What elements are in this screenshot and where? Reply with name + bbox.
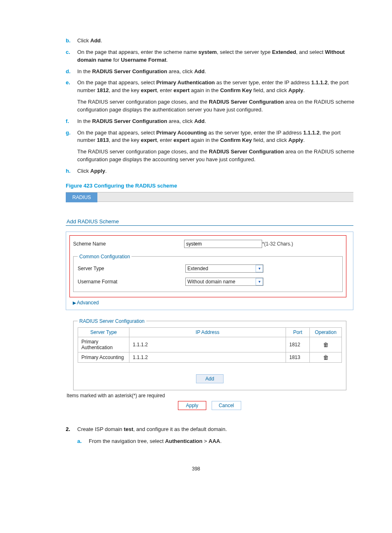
step-letter: d. xyxy=(66,68,77,76)
table-row: Primary Accounting 1.1.1.2 1813 🗑 xyxy=(78,352,342,362)
step-2: 2. Create ISP domain test, and configure… xyxy=(66,426,355,433)
triangle-right-icon: ▶ xyxy=(73,300,76,305)
cell-ip: 1.1.1.2 xyxy=(129,337,286,352)
substeps: a. From the navigation tree, select Auth… xyxy=(77,438,355,445)
row-username-format: Username Format Without domain name ▾ xyxy=(78,275,338,288)
step-letter: a. xyxy=(77,438,89,445)
highlighted-fields: Scheme Name *(1-32 Chars.) Common Config… xyxy=(69,235,346,297)
figure-caption: Figure 423 Configuring the RADIUS scheme xyxy=(66,183,355,189)
fieldset-common: Common Configuration Server Type Extende… xyxy=(73,254,343,292)
step-c: c. On the page that appears, enter the s… xyxy=(66,49,355,64)
step-text: In the RADIUS Server Configuration area,… xyxy=(77,118,355,125)
step-text: Create ISP domain test, and configure it… xyxy=(77,426,355,433)
step-letter: b. xyxy=(66,37,77,45)
section-title: Add RADIUS Scheme xyxy=(67,218,353,225)
step-number: 2. xyxy=(66,426,77,433)
cell-port: 1812 xyxy=(286,337,310,352)
step-2a: a. From the navigation tree, select Auth… xyxy=(77,438,355,445)
step-g: g. On the page that appears, select Prim… xyxy=(66,129,355,145)
select-username-format-value: Without domain name xyxy=(186,279,256,285)
step-text: Click Add. xyxy=(77,37,355,45)
figure-screenshot: RADIUS Add RADIUS Scheme Scheme Name *(1… xyxy=(66,192,353,410)
step-e: e. On the page that appears, select Prim… xyxy=(66,79,355,95)
cell-server-type: Primary Accounting xyxy=(78,352,129,362)
step-letter: e. xyxy=(66,79,77,95)
trash-icon[interactable]: 🗑 xyxy=(323,354,329,361)
server-table: Server Type IP Address Port Operation Pr… xyxy=(78,327,342,363)
legend-radius-server: RADIUS Server Configuration xyxy=(78,318,146,324)
row-server-type: Server Type Extended ▾ xyxy=(78,262,338,275)
row-scheme-name: Scheme Name *(1-32 Chars.) xyxy=(73,237,343,250)
table-header-row: Server Type IP Address Port Operation xyxy=(78,327,342,337)
step-b: b. Click Add. xyxy=(66,37,355,45)
legend-common: Common Configuration xyxy=(78,254,131,260)
step-letter: g. xyxy=(66,129,77,145)
cell-ip: 1.1.1.2 xyxy=(129,352,286,362)
step-text: On the page that appears, select Primary… xyxy=(77,79,355,95)
select-server-type[interactable]: Extended ▾ xyxy=(185,264,263,273)
divider xyxy=(66,225,353,226)
th-port: Port xyxy=(286,327,310,337)
trash-icon[interactable]: 🗑 xyxy=(323,341,329,348)
required-note: Items marked with an asterisk(*) are req… xyxy=(67,393,353,399)
th-ip: IP Address xyxy=(129,327,286,337)
advanced-label: Advanced xyxy=(77,300,99,306)
hint-scheme-name: *(1-32 Chars.) xyxy=(262,241,293,247)
step-letter: c. xyxy=(66,49,77,64)
chevron-down-icon: ▾ xyxy=(256,265,263,272)
form-box: Scheme Name *(1-32 Chars.) Common Config… xyxy=(66,232,353,310)
step-e-paragraph: The RADIUS server configuration page clo… xyxy=(77,98,355,114)
cell-port: 1813 xyxy=(286,352,310,362)
advanced-toggle[interactable]: ▶Advanced xyxy=(73,300,346,306)
tab-radius[interactable]: RADIUS xyxy=(66,192,97,202)
step-list: b. Click Add. c. On the page that appear… xyxy=(66,37,355,175)
step-letter: f. xyxy=(66,118,77,125)
step-d: d. In the RADIUS Server Configuration ar… xyxy=(66,68,355,76)
action-buttons: Apply Cancel xyxy=(66,401,353,410)
step-f: f. In the RADIUS Server Configuration ar… xyxy=(66,118,355,125)
select-username-format[interactable]: Without domain name ▾ xyxy=(185,278,263,286)
cell-server-type: Primary Authentication xyxy=(78,337,129,352)
table-row: Primary Authentication 1.1.1.2 1812 🗑 xyxy=(78,337,342,352)
label-server-type: Server Type xyxy=(78,266,185,271)
fieldset-radius-server: RADIUS Server Configuration Server Type … xyxy=(73,318,346,390)
apply-button[interactable]: Apply xyxy=(178,401,206,410)
step-text: In the RADIUS Server Configuration area,… xyxy=(77,68,355,76)
th-operation: Operation xyxy=(310,327,342,337)
step-text: On the page that appears, select Primary… xyxy=(77,129,355,145)
chevron-down-icon: ▾ xyxy=(256,278,263,285)
step-letter: h. xyxy=(66,167,77,175)
step-text: Click Apply. xyxy=(77,167,355,175)
cell-operation: 🗑 xyxy=(310,352,342,362)
input-scheme-name[interactable] xyxy=(184,240,262,248)
label-username-format: Username Format xyxy=(78,279,185,285)
step-h: h. Click Apply. xyxy=(66,167,355,175)
step-text: On the page that appears, enter the sche… xyxy=(77,49,355,64)
cell-operation: 🗑 xyxy=(310,337,342,352)
add-button[interactable]: Add xyxy=(196,374,224,383)
cancel-button[interactable]: Cancel xyxy=(212,401,241,410)
page-number: 398 xyxy=(37,466,355,472)
label-scheme-name: Scheme Name xyxy=(73,241,184,247)
th-server-type: Server Type xyxy=(78,327,129,337)
tab-bar: RADIUS xyxy=(66,192,353,202)
select-server-type-value: Extended xyxy=(186,266,256,271)
step-g-paragraph: The RADIUS server configuration page clo… xyxy=(77,148,355,164)
step-text: From the navigation tree, select Authent… xyxy=(89,438,355,445)
